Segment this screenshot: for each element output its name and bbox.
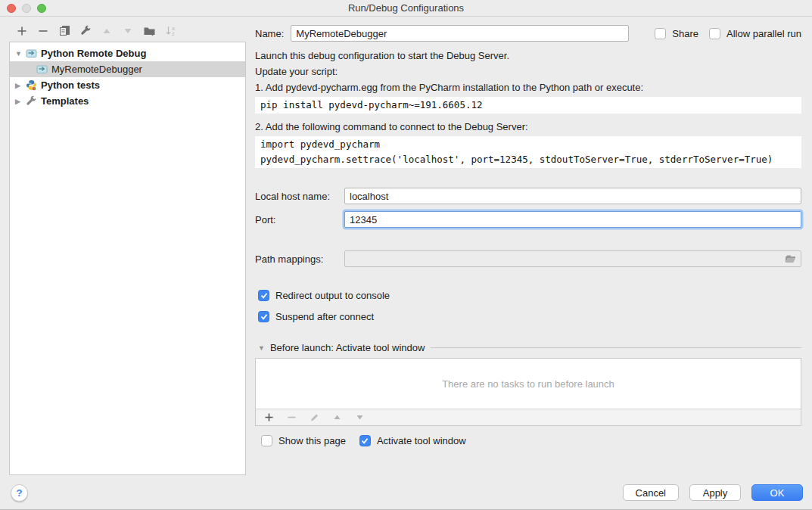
run-config-icon <box>36 64 48 74</box>
add-task-icon[interactable] <box>263 412 275 424</box>
suspend-after-connect-label: Suspend after connect <box>275 311 374 322</box>
tree-item-my-remote-debugger[interactable]: MyRemoteDebugger <box>10 61 245 77</box>
svg-text:z: z <box>172 31 175 36</box>
chevron-collapsed-icon[interactable]: ▶ <box>15 82 26 89</box>
before-launch-task-list[interactable]: There are no tasks to run before launch <box>256 359 801 409</box>
new-folder-icon[interactable] <box>143 25 155 37</box>
configuration-editor: Name: Share Allow parallel run Launch th… <box>246 17 812 475</box>
move-down-icon[interactable] <box>122 25 134 37</box>
edit-wrench-icon[interactable] <box>79 25 92 37</box>
allow-parallel-run-checkbox-group[interactable]: Allow parallel run <box>709 28 801 39</box>
share-checkbox-group[interactable]: Share <box>655 28 698 39</box>
before-launch-header[interactable]: ▼ Before launch: Activate tool window <box>255 342 801 353</box>
configurations-sidebar: az ▼ Python Remote Debug MyRemoteDebugge… <box>0 17 246 475</box>
chevron-expanded-icon[interactable]: ▼ <box>15 50 26 58</box>
tree-item-python-remote-debug[interactable]: ▼ Python Remote Debug <box>10 45 245 61</box>
copy-icon[interactable] <box>58 25 70 37</box>
name-input[interactable] <box>291 25 629 42</box>
run-debug-configurations-dialog: Run/Debug Configurations <box>0 0 812 510</box>
settrace-code-line2: pydevd_pycharm.settrace('localhost', por… <box>260 152 796 167</box>
before-launch-title: Before launch: Activate tool window <box>270 342 425 353</box>
path-mappings-row: Path mappings: <box>255 250 801 267</box>
port-label: Port: <box>255 214 344 225</box>
svg-text:a: a <box>172 26 175 31</box>
allow-parallel-run-label: Allow parallel run <box>726 28 801 39</box>
sort-alphabetically-icon[interactable]: az <box>164 25 176 37</box>
ok-button[interactable]: OK <box>751 484 803 501</box>
redirect-output-checkbox[interactable] <box>258 290 269 301</box>
instruction-intro: Launch this debug configuration to start… <box>255 48 801 64</box>
activate-tool-window-group[interactable]: Activate tool window <box>359 435 466 446</box>
configurations-tree: ▼ Python Remote Debug MyRemoteDebugger ▶ <box>9 42 246 475</box>
cancel-button[interactable]: Cancel <box>623 484 679 501</box>
templates-wrench-icon <box>26 95 37 107</box>
activate-tool-window-label: Activate tool window <box>377 435 466 446</box>
settrace-code: import pydevd_pycharm pydevd_pycharm.set… <box>255 136 801 168</box>
instruction-step2: 2. Add the following command to connect … <box>255 119 801 135</box>
before-launch-tasks-panel: There are no tasks to run before launch <box>255 358 801 426</box>
redirect-output-label: Redirect output to console <box>275 290 390 301</box>
pip-install-code: pip install pydevd-pycharm~=191.6605.12 <box>255 97 801 114</box>
remove-task-icon[interactable] <box>285 412 297 424</box>
zoom-window-button[interactable] <box>37 4 46 13</box>
section-divider <box>431 347 801 348</box>
show-this-page-label: Show this page <box>278 435 346 446</box>
instruction-update: Update your script: <box>255 64 801 79</box>
edit-task-icon[interactable] <box>308 412 320 424</box>
window-title: Run/Debug Configurations <box>348 2 464 14</box>
move-up-icon[interactable] <box>101 25 113 37</box>
browse-folder-icon[interactable] <box>784 254 797 264</box>
help-icon: ? <box>17 487 23 499</box>
path-mappings-label: Path mappings: <box>255 253 344 265</box>
tree-item-templates[interactable]: ▶ Templates <box>10 93 245 109</box>
settrace-code-line1: import pydevd_pycharm <box>260 137 796 152</box>
tree-item-label: Templates <box>41 95 89 107</box>
instruction-step1: 1. Add pydevd-pycharm.egg from the PyCha… <box>255 79 801 95</box>
tree-item-label: MyRemoteDebugger <box>51 64 142 75</box>
show-this-page-checkbox[interactable] <box>261 435 272 446</box>
local-host-row: Local host name: <box>255 188 801 204</box>
local-host-input[interactable] <box>344 188 801 204</box>
path-mappings-field[interactable] <box>344 250 801 267</box>
move-task-up-icon[interactable] <box>331 412 343 424</box>
allow-parallel-run-checkbox[interactable] <box>709 28 720 39</box>
sidebar-toolbar: az <box>9 23 246 42</box>
empty-tasks-message: There are no tasks to run before launch <box>442 378 614 390</box>
name-row: Name: Share Allow parallel run <box>255 25 801 42</box>
close-window-button[interactable] <box>7 4 16 13</box>
chevron-collapsed-icon[interactable]: ▶ <box>15 98 26 105</box>
redirect-output-row[interactable]: Redirect output to console <box>255 290 801 301</box>
port-input[interactable] <box>344 211 801 228</box>
add-icon[interactable] <box>16 25 28 37</box>
show-this-page-group[interactable]: Show this page <box>261 435 346 446</box>
bottom-options-row: Show this page Activate tool window <box>255 435 801 446</box>
share-checkbox[interactable] <box>655 28 666 39</box>
local-host-label: Local host name: <box>255 191 344 202</box>
before-launch-toolbar <box>256 409 801 425</box>
apply-button[interactable]: Apply <box>689 484 741 501</box>
share-label: Share <box>672 28 698 39</box>
port-row: Port: <box>255 211 801 228</box>
remove-icon[interactable] <box>37 25 49 37</box>
python-tests-icon <box>26 79 37 91</box>
name-label: Name: <box>255 28 284 39</box>
chevron-expanded-icon[interactable]: ▼ <box>258 344 265 352</box>
move-task-down-icon[interactable] <box>353 412 366 424</box>
help-button[interactable]: ? <box>11 484 28 502</box>
tree-item-python-tests[interactable]: ▶ Python tests <box>10 77 245 93</box>
title-bar: Run/Debug Configurations <box>0 0 812 17</box>
minimize-window-button[interactable] <box>22 4 31 13</box>
run-config-icon <box>26 48 37 58</box>
suspend-after-connect-checkbox[interactable] <box>258 311 269 322</box>
tree-item-label: Python Remote Debug <box>41 48 146 59</box>
tree-item-label: Python tests <box>41 79 100 91</box>
dialog-footer: ? Cancel Apply OK <box>0 475 812 510</box>
activate-tool-window-checkbox[interactable] <box>359 435 371 446</box>
traffic-lights <box>7 4 46 13</box>
suspend-after-connect-row[interactable]: Suspend after connect <box>255 311 801 322</box>
